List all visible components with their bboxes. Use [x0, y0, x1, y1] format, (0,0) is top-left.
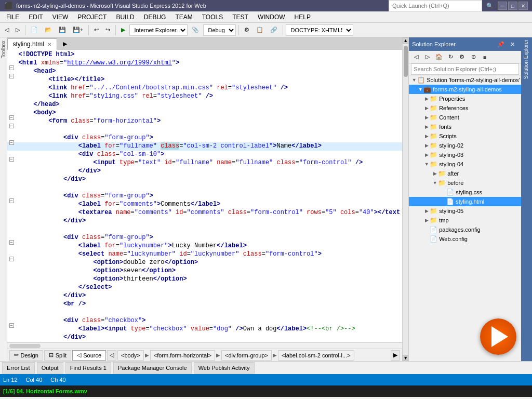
save-button[interactable]: 💾 [56, 24, 69, 36]
redo-button[interactable]: ↪ [103, 24, 113, 36]
tree-solution-root[interactable]: ▼ 📋 Solution 'forms-m2-styling-all-demos… [409, 75, 521, 85]
se-settings-button[interactable]: ⚙ [457, 52, 467, 62]
scroll-right-button[interactable]: ▶ [60, 38, 70, 49]
menu-item-file[interactable]: FILE [2, 12, 23, 22]
h-scroll-thumb[interactable] [9, 344, 41, 348]
se-filter-button[interactable]: ⊙ [468, 52, 478, 62]
attach-button[interactable]: 📎 [189, 24, 202, 36]
menu-item-view[interactable]: VIEW [48, 12, 73, 22]
breadcrumb-back-button[interactable]: ◁ [107, 350, 116, 361]
debug-select[interactable]: Debug [203, 24, 236, 36]
tree-item-scripts[interactable]: ▶ 📁 Scripts [409, 131, 521, 141]
source-view-button[interactable]: ◁ Source [72, 350, 106, 361]
run-button[interactable]: ▶ [118, 24, 128, 36]
editor-scrollbar[interactable]: ▲ ▼ [402, 37, 408, 361]
tree-item-references[interactable]: ▶ 📁 References [409, 103, 521, 113]
menu-item-tools[interactable]: TOOLS [198, 12, 227, 22]
tab-close-button[interactable]: ✕ [47, 42, 51, 47]
tree-item-packages-config[interactable]: 📄 packages.config [409, 225, 521, 234]
split-view-button[interactable]: ⊟ Split [44, 350, 71, 361]
breadcrumb-body[interactable]: <body> [117, 350, 144, 361]
collapse-33[interactable]: − [9, 323, 14, 328]
se-forward-button[interactable]: ▷ [422, 52, 433, 62]
toolbar-btn-misc2[interactable]: 📋 [254, 24, 266, 36]
tree-arrow-project: ▼ [417, 87, 423, 92]
menu-item-test[interactable]: TEST [228, 12, 252, 22]
toolbar-btn-misc3[interactable]: 🔗 [268, 24, 280, 36]
tree-item-styling-04[interactable]: ▼ 📁 styling-04 [409, 159, 521, 169]
web-publish-tab[interactable]: Web Publish Activity [194, 362, 255, 374]
menu-item-build[interactable]: BUILD [112, 12, 138, 22]
tree-item-styling-03[interactable]: ▶ 📁 styling-03 [409, 150, 521, 159]
breadcrumb-div[interactable]: <div.form-group> [221, 350, 272, 361]
design-view-button[interactable]: ✏ Design [9, 350, 43, 361]
quick-launch-input[interactable] [389, 0, 482, 11]
se-home-button[interactable]: 🏠 [434, 52, 444, 62]
collapse-25[interactable]: − [9, 257, 14, 261]
breadcrumb-label[interactable]: <label.col-sm-2 control-l...> [278, 350, 354, 361]
maximize-button[interactable]: □ [508, 2, 517, 10]
se-pin-button[interactable]: 📌 [496, 39, 506, 49]
open-button[interactable]: 📂 [42, 24, 55, 36]
scroll-down-button[interactable]: ▼ [403, 355, 409, 361]
save-all-button[interactable]: 💾+ [70, 24, 86, 36]
collapse-11[interactable]: − [9, 140, 14, 145]
new-file-button[interactable]: 📄 [28, 24, 41, 36]
scroll-thumb[interactable] [404, 46, 408, 77]
se-collapse-all-button[interactable]: ≡ [480, 52, 490, 62]
minimize-button[interactable]: ─ [498, 2, 507, 10]
menu-item-window[interactable]: WINDOW [254, 12, 289, 22]
se-refresh-button[interactable]: ↻ [445, 52, 456, 62]
breadcrumb-forward-button[interactable]: ▶ [391, 350, 400, 361]
collapse-2[interactable]: − [9, 65, 14, 70]
forward-button[interactable]: ▷ [13, 24, 22, 36]
horizontal-scrollbar[interactable] [7, 342, 403, 349]
collapse-3[interactable]: − [9, 74, 14, 78]
tree-item-before[interactable]: ▼ 📁 before [409, 178, 521, 188]
menu-item-edit[interactable]: EDIT [24, 12, 47, 22]
se-close-button[interactable]: ✕ [508, 39, 518, 49]
se-back-button[interactable]: ◁ [411, 52, 421, 62]
right-sidebar-label[interactable]: Solution Explorer [521, 37, 532, 81]
breadcrumb-form[interactable]: <form.form-horizontal> [150, 350, 215, 361]
se-search-input[interactable] [411, 63, 519, 75]
code-line-27: <option>seven</option> [7, 267, 403, 275]
menu-item-project[interactable]: PROJECT [73, 12, 111, 22]
tree-item-properties[interactable]: ▶ 📁 Properties [409, 94, 521, 103]
collapse-23[interactable]: − [9, 240, 14, 245]
menu-item-debug[interactable]: DEBUG [140, 12, 170, 22]
tree-project[interactable]: ▼ 💼 forms-m2-styling-all-demos [409, 85, 521, 94]
tree-item-fonts[interactable]: ▶ 📁 fonts [409, 122, 521, 131]
tree-item-styling-02[interactable]: ▶ 📁 styling-02 [409, 141, 521, 150]
close-button[interactable]: ✕ [518, 2, 528, 10]
code-editor[interactable]: <!DOCTYPE html> − <html xmlns="http://ww… [7, 50, 403, 342]
pluralsight-play-button[interactable] [480, 318, 516, 355]
tree-item-styling-05[interactable]: ▶ 📁 styling-05 [409, 206, 521, 216]
doctype-select[interactable]: DOCTYPE: XHTML5 [286, 24, 353, 36]
back-button[interactable]: ◁ [2, 24, 11, 36]
collapse-13[interactable]: − [9, 157, 14, 162]
tree-item-after[interactable]: ▶ 📁 after [409, 169, 521, 178]
package-manager-tab[interactable]: Package Manager Console [113, 362, 192, 374]
tree-item-styling-html[interactable]: 📄 styling.html [409, 197, 521, 206]
tree-item-web-config[interactable]: 📄 Web.config [409, 234, 521, 244]
find-results-tab[interactable]: Find Results 1 [65, 362, 111, 374]
scroll-up-button[interactable]: ▲ [403, 37, 409, 44]
split-label: Split [56, 352, 66, 358]
menu-item-help[interactable]: HELP [290, 12, 315, 22]
tab-styling-html[interactable]: styling.html ✕ [7, 38, 57, 50]
output-tab[interactable]: Output [37, 362, 63, 374]
collapse-9[interactable]: − [9, 124, 14, 128]
toolbar-btn-misc1[interactable]: ⚙ [242, 24, 252, 36]
undo-button[interactable]: ↩ [91, 24, 101, 36]
tree-item-styling-css[interactable]: 📄 styling.css [409, 188, 521, 197]
code-line-16: </div> [7, 176, 403, 184]
browser-select[interactable]: Internet Explorer [129, 24, 188, 36]
error-list-tab[interactable]: Error List [2, 362, 35, 374]
menu-item-team[interactable]: TEAM [171, 12, 196, 22]
tree-item-content[interactable]: ▶ 📁 Content [409, 113, 521, 122]
collapse-18[interactable]: − [9, 198, 14, 203]
collapse-8[interactable]: − [9, 115, 14, 120]
after-label: after [447, 170, 459, 177]
tree-item-tmp[interactable]: ▶ 📁 tmp [409, 216, 521, 225]
